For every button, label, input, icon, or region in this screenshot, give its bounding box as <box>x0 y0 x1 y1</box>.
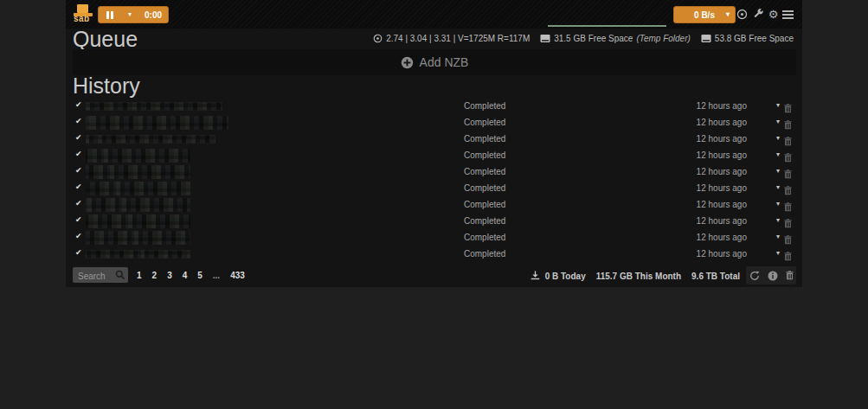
redacted-name[interactable] <box>86 198 190 212</box>
sab-hat-icon <box>77 4 88 13</box>
stat-today: 0 B Today <box>545 272 586 281</box>
history-age: 12 hours ago <box>697 233 747 242</box>
redacted-name[interactable] <box>86 214 190 228</box>
pause-button[interactable] <box>99 7 121 22</box>
redacted-name[interactable] <box>86 250 190 258</box>
history-title: History <box>73 73 140 99</box>
redacted-name[interactable] <box>86 182 190 195</box>
hard-drive-icon <box>540 34 550 43</box>
queue-title: Queue <box>73 27 138 52</box>
page-button[interactable]: 4 <box>177 267 193 283</box>
pause-icon <box>106 11 109 19</box>
hard-drive-icon <box>701 34 711 43</box>
history-age: 12 hours ago <box>697 183 747 193</box>
gear-icon: ⚙ <box>768 8 779 21</box>
row-dropdown-caret-icon[interactable]: ▾ <box>776 167 780 175</box>
temp-folder-space: 31.5 GB Free Space (Temp Folder) <box>540 34 691 43</box>
check-icon: ✔ <box>75 232 82 240</box>
row-dropdown-caret-icon[interactable]: ▾ <box>776 233 780 240</box>
refresh-icon <box>749 271 760 281</box>
row-dropdown-caret-icon[interactable]: ▾ <box>776 249 780 257</box>
pause-dropdown-toggle[interactable]: ▾ <box>121 7 138 22</box>
row-dropdown-caret-icon[interactable]: ▾ <box>776 134 780 142</box>
pagination: 12345...433 <box>132 267 250 283</box>
purge-history-button[interactable] <box>786 271 794 280</box>
sab-logo-label: sab <box>74 14 90 23</box>
page-ellipsis: ... <box>208 267 225 283</box>
history-status: Completed <box>464 233 505 242</box>
timer-label: 0:00 <box>138 7 168 22</box>
redacted-name[interactable] <box>86 231 190 245</box>
page-button[interactable]: 2 <box>147 267 163 283</box>
settings-button[interactable] <box>752 8 765 21</box>
row-delete-button[interactable] <box>784 249 792 265</box>
history-row: ✔ Completed 12 hours ago ▾ <box>66 163 802 180</box>
history-status: Completed <box>464 118 505 127</box>
row-dropdown-caret-icon[interactable]: ▾ <box>776 183 780 191</box>
download-stats: 0 B Today 115.7 GB This Month 9.6 TB Tot… <box>530 271 740 282</box>
redacted-name[interactable] <box>86 165 190 179</box>
history-search <box>73 267 128 283</box>
temp-free-label: 31.5 GB Free Space <box>554 34 633 43</box>
redacted-name[interactable] <box>86 149 190 163</box>
history-row: ✔ Completed 12 hours ago ▾ <box>66 213 802 229</box>
page-button[interactable]: 3 <box>162 267 177 283</box>
speed-dropdown-button[interactable]: 0 B/s ▾ <box>673 6 736 23</box>
row-dropdown-caret-icon[interactable]: ▾ <box>776 118 780 125</box>
status-button[interactable] <box>736 8 749 21</box>
row-dropdown-caret-icon[interactable]: ▾ <box>776 200 780 208</box>
history-row: ✔ Completed 12 hours ago ▾ <box>66 196 802 213</box>
page-button[interactable]: 433 <box>225 267 250 283</box>
row-dropdown-caret-icon[interactable]: ▾ <box>776 150 780 158</box>
history-footer: 12345...433 0 B Today 115.7 GB This Mont… <box>66 264 802 287</box>
trash-icon <box>784 219 792 228</box>
page-button[interactable]: 1 <box>132 267 147 283</box>
info-button[interactable] <box>768 271 778 281</box>
page-button[interactable]: 5 <box>192 267 208 283</box>
check-icon: ✔ <box>75 215 82 224</box>
check-icon: ✔ <box>75 150 82 158</box>
row-dropdown-caret-icon[interactable]: ▾ <box>776 101 780 109</box>
menu-button[interactable] <box>781 8 794 21</box>
stat-total: 9.6 TB Total <box>691 272 740 281</box>
system-load: 2.74 | 3.04 | 3.31 | V=1725M R=117M <box>373 34 530 43</box>
trash-icon <box>784 202 792 212</box>
status-circle-dot-icon <box>736 9 748 20</box>
plus-circle-icon <box>401 56 414 69</box>
history-row: ✔ Completed 12 hours ago ▾ <box>66 98 802 114</box>
redacted-name[interactable] <box>86 102 222 110</box>
check-icon: ✔ <box>75 182 82 191</box>
redacted-name[interactable] <box>86 135 215 143</box>
history-age: 12 hours ago <box>697 216 747 226</box>
hamburger-menu-icon <box>782 10 794 19</box>
check-icon: ✔ <box>75 100 82 109</box>
add-nzb-dropzone[interactable]: Add NZB <box>73 49 796 75</box>
check-icon: ✔ <box>75 199 82 208</box>
temp-folder-note: (Temp Folder) <box>636 34 690 43</box>
history-action-bar <box>746 266 796 284</box>
download-folder-space: 53.8 GB Free Space <box>701 34 794 43</box>
trash-icon <box>784 235 792 245</box>
queue-status-line: 2.74 | 3.04 | 3.31 | V=1725M R=117M 31.5… <box>373 34 794 43</box>
sabnzbd-app: sab ▾ 0:00 0 B/s ▾ <box>66 0 802 287</box>
row-dropdown-caret-icon[interactable]: ▾ <box>776 216 780 224</box>
config-button[interactable]: ⚙ <box>767 8 780 21</box>
history-status: Completed <box>464 249 505 259</box>
check-icon: ✔ <box>75 248 82 257</box>
history-row: ✔ Completed 12 hours ago ▾ <box>66 246 802 262</box>
refresh-button[interactable] <box>749 271 760 281</box>
load-stats-label: 2.74 | 3.04 | 3.31 | V=1725M R=117M <box>386 34 530 43</box>
top-navbar: sab ▾ 0:00 0 B/s ▾ <box>66 0 802 29</box>
sab-logo[interactable]: sab <box>73 4 95 25</box>
info-icon <box>768 271 778 281</box>
redacted-name[interactable] <box>86 116 228 130</box>
pause-button-group: ▾ 0:00 <box>98 6 169 23</box>
check-icon: ✔ <box>75 133 82 142</box>
history-age: 12 hours ago <box>697 249 747 259</box>
trash-icon <box>786 271 794 280</box>
history-age: 12 hours ago <box>697 118 747 127</box>
history-list: ✔ Completed 12 hours ago ▾ ✔ Completed 1… <box>66 98 802 262</box>
search-icon[interactable] <box>115 270 125 280</box>
add-nzb-label: Add NZB <box>420 55 469 69</box>
trash-icon <box>784 252 792 261</box>
